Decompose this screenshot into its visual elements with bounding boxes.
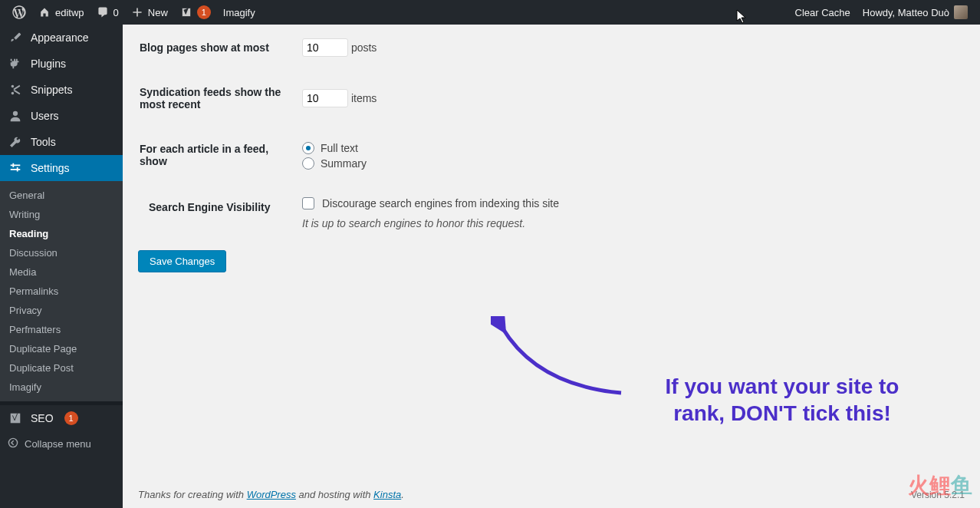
settings-sub-writing[interactable]: Writing <box>0 205 123 224</box>
syndication-label: Syndication feeds show the most recent <box>140 71 293 126</box>
scissors-icon <box>8 83 23 97</box>
howdy-label: Howdy, Matteo Duò <box>863 7 949 18</box>
collapse-icon <box>8 437 18 450</box>
clear-cache-button[interactable]: Clear Cache <box>789 0 857 25</box>
sev-checkbox[interactable] <box>302 197 314 209</box>
feed-summary-radio[interactable] <box>302 157 314 170</box>
blog-pages-input[interactable] <box>302 38 348 57</box>
annotation-line2: rank, DON'T tick this! <box>606 400 959 427</box>
menu-users[interactable]: Users <box>0 103 123 129</box>
footer-wp-link[interactable]: WordPress <box>247 489 296 500</box>
sev-label: Search Engine Visibility <box>140 186 293 241</box>
plug-icon <box>8 57 23 71</box>
footer-prefix: Thanks for creating with <box>138 489 247 500</box>
my-account-menu[interactable]: Howdy, Matteo Duò <box>857 0 974 25</box>
feed-summary-option[interactable]: Summary <box>302 157 955 170</box>
settings-sub-reading[interactable]: Reading <box>0 224 123 243</box>
feed-fulltext-label: Full text <box>321 142 358 154</box>
menu-snippets[interactable]: Snippets <box>0 77 123 103</box>
collapse-label: Collapse menu <box>25 438 91 450</box>
wordpress-icon <box>12 5 26 19</box>
settings-sub-media[interactable]: Media <box>0 262 123 282</box>
settings-sub-general[interactable]: General <box>0 186 123 205</box>
site-name-menu[interactable]: editwp <box>32 0 90 25</box>
admin-side-menu: Appearance Plugins Snippets Users Tools … <box>0 25 123 508</box>
sev-checkbox-label: Discourage search engines from indexing … <box>322 197 559 209</box>
settings-sub-perfmatters[interactable]: Perfmatters <box>0 320 123 339</box>
annotation-line1: If you want your site to <box>606 373 959 400</box>
wrench-icon <box>8 135 23 149</box>
main-content: Blog pages show at most posts Syndicatio… <box>123 25 980 508</box>
yoast-icon <box>180 6 192 18</box>
save-button[interactable]: Save Changes <box>138 250 226 272</box>
settings-sub-duplicate-page[interactable]: Duplicate Page <box>0 339 123 358</box>
menu-label: Users <box>31 110 59 122</box>
sev-note: It is up to search engines to honor this… <box>302 217 955 229</box>
site-name-label: editwp <box>55 7 84 18</box>
settings-sub-duplicate-post[interactable]: Duplicate Post <box>0 358 123 378</box>
comments-count: 0 <box>113 7 119 18</box>
feed-fulltext-option[interactable]: Full text <box>302 142 955 154</box>
user-icon <box>8 109 23 123</box>
clear-cache-label: Clear Cache <box>795 7 850 18</box>
avatar <box>954 5 968 19</box>
menu-label: SEO <box>31 412 54 424</box>
blog-pages-suffix: posts <box>351 41 377 54</box>
new-label: New <box>148 7 168 18</box>
imagify-adminbar-menu[interactable]: Imagify <box>217 0 261 25</box>
footer-host-link[interactable]: Kinsta <box>373 489 401 500</box>
brush-icon <box>8 31 23 45</box>
yoast-icon <box>8 411 23 425</box>
sliders-icon <box>8 161 23 175</box>
settings-submenu: GeneralWritingReadingDiscussionMediaPerm… <box>0 181 123 401</box>
menu-label: Settings <box>31 162 70 174</box>
annotation-arrow <box>491 316 659 408</box>
new-content-menu[interactable]: New <box>125 0 174 25</box>
imagify-label: Imagify <box>223 7 255 18</box>
home-icon <box>38 6 51 18</box>
feed-show-label: For each article in a feed, show <box>140 127 293 184</box>
blog-pages-label: Blog pages show at most <box>140 26 293 69</box>
settings-sub-permalinks[interactable]: Permalinks <box>0 282 123 301</box>
menu-plugins[interactable]: Plugins <box>0 51 123 77</box>
settings-sub-imagify[interactable]: Imagify <box>0 378 123 397</box>
feed-summary-label: Summary <box>321 157 367 170</box>
menu-settings[interactable]: Settings <box>0 155 123 181</box>
annotation-text: If you want your site to rank, DON'T tic… <box>606 373 959 427</box>
menu-label: Appearance <box>31 31 89 44</box>
menu-appearance[interactable]: Appearance <box>0 25 123 51</box>
menu-label: Plugins <box>31 58 66 70</box>
notification-badge: 1 <box>197 5 211 19</box>
footer-version: Version 5.2.1 <box>911 490 965 500</box>
settings-sub-discussion[interactable]: Discussion <box>0 243 123 262</box>
sev-checkbox-option[interactable]: Discourage search engines from indexing … <box>302 197 955 209</box>
seo-adminbar-menu[interactable]: 1 <box>174 0 217 25</box>
collapse-menu-button[interactable]: Collapse menu <box>0 431 123 457</box>
admin-top-bar: editwp 0 New 1 Imagify Clear Cache <box>0 0 980 25</box>
syndication-input[interactable] <box>302 89 348 107</box>
comment-icon <box>97 6 109 18</box>
syndication-suffix: items <box>351 92 377 104</box>
feed-fulltext-radio[interactable] <box>302 142 314 154</box>
settings-sub-privacy[interactable]: Privacy <box>0 301 123 320</box>
menu-label: Snippets <box>31 84 72 96</box>
svg-point-0 <box>8 438 17 447</box>
menu-seo[interactable]: SEO 1 <box>0 405 123 431</box>
footer-middle: and hosting with <box>296 489 373 500</box>
comments-menu[interactable]: 0 <box>90 0 125 25</box>
reading-settings-form: Blog pages show at most posts Syndicatio… <box>138 25 965 242</box>
plus-icon <box>131 6 143 18</box>
menu-tools[interactable]: Tools <box>0 129 123 155</box>
footer-thankyou: Thanks for creating with WordPress and h… <box>138 489 404 500</box>
menu-label: Tools <box>31 136 56 148</box>
seo-badge: 1 <box>64 411 78 425</box>
wp-logo-menu[interactable] <box>6 0 32 25</box>
